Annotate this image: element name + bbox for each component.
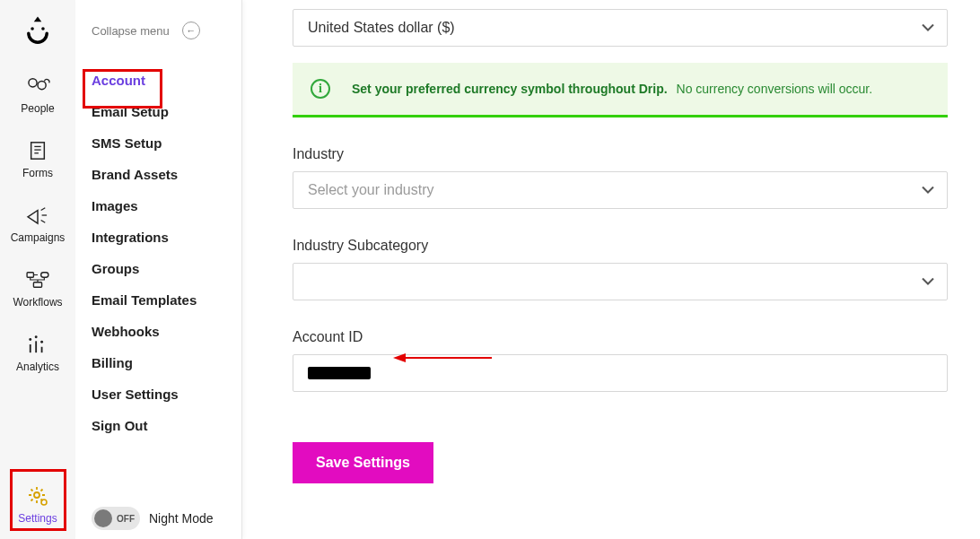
svg-point-1 <box>41 27 45 30</box>
workflows-icon <box>24 269 51 291</box>
info-icon: i <box>311 79 330 99</box>
collapse-label: Collapse menu <box>92 24 170 38</box>
annotation-box-settings <box>10 469 66 531</box>
nav-analytics[interactable]: Analytics <box>0 323 75 387</box>
account-id-label: Account ID <box>293 329 948 345</box>
submenu-item-groups[interactable]: Groups <box>75 253 241 284</box>
nav-label: People <box>21 102 54 115</box>
collapse-icon: ← <box>182 22 200 39</box>
industry-select[interactable]: Select your industry <box>293 171 948 209</box>
save-settings-button[interactable]: Save Settings <box>293 442 433 483</box>
currency-value: United States dollar ($) <box>308 20 455 36</box>
submenu-item-integrations[interactable]: Integrations <box>75 222 241 253</box>
banner-bold: Set your preferred currency symbol throu… <box>352 82 668 96</box>
night-mode-toggle[interactable]: OFF <box>92 507 140 530</box>
currency-select[interactable]: United States dollar ($) <box>293 9 948 47</box>
campaigns-icon <box>24 204 51 226</box>
submenu-item-sms-setup[interactable]: SMS Setup <box>75 127 241 159</box>
annotation-box-account <box>83 69 162 109</box>
submenu-item-email-templates[interactable]: Email Templates <box>75 284 241 316</box>
nav-people[interactable]: People <box>0 65 75 129</box>
analytics-icon <box>24 334 51 355</box>
nav-label: Forms <box>22 167 53 179</box>
svg-rect-12 <box>41 273 48 278</box>
night-mode-state: OFF <box>117 514 135 524</box>
nav-forms[interactable]: Forms <box>0 129 75 194</box>
banner-rest: No currency conversions will occur. <box>677 82 873 96</box>
nav-workflows[interactable]: Workflows <box>0 258 75 323</box>
chevron-down-icon <box>922 278 934 286</box>
submenu-item-brand-assets[interactable]: Brand Assets <box>75 159 241 190</box>
svg-point-0 <box>31 27 34 30</box>
nav-label: Analytics <box>16 361 59 373</box>
nav-label: Workflows <box>13 296 62 309</box>
svg-rect-13 <box>33 283 41 288</box>
industry-placeholder: Select your industry <box>308 182 434 198</box>
primary-nav-rail: People Forms Campaigns <box>0 0 75 539</box>
svg-point-19 <box>40 341 43 343</box>
svg-point-17 <box>29 338 31 341</box>
svg-point-2 <box>29 79 37 87</box>
account-id-value-redacted <box>308 367 371 379</box>
industry-sub-label: Industry Subcategory <box>293 238 948 254</box>
account-id-field[interactable] <box>293 354 948 392</box>
submenu-item-user-settings[interactable]: User Settings <box>75 378 241 410</box>
submenu-item-billing[interactable]: Billing <box>75 347 241 378</box>
night-mode-label: Night Mode <box>149 511 214 526</box>
industry-label: Industry <box>293 146 948 162</box>
svg-line-10 <box>41 221 46 223</box>
svg-rect-4 <box>31 143 45 159</box>
svg-point-3 <box>38 82 46 90</box>
chevron-down-icon <box>922 187 934 195</box>
nav-campaigns[interactable]: Campaigns <box>0 194 75 258</box>
nav-label: Campaigns <box>11 231 66 244</box>
chevron-down-icon <box>922 24 934 32</box>
collapse-menu[interactable]: Collapse menu ← <box>75 16 241 65</box>
submenu-item-sign-out[interactable]: Sign Out <box>75 410 241 441</box>
svg-line-8 <box>41 208 46 211</box>
currency-info-banner: i Set your preferred currency symbol thr… <box>293 63 948 117</box>
industry-sub-select[interactable] <box>293 263 948 300</box>
drip-logo <box>20 11 56 47</box>
forms-icon <box>24 140 51 161</box>
svg-point-18 <box>35 335 38 338</box>
main-content: United States dollar ($) i Set your pref… <box>260 0 980 539</box>
svg-rect-11 <box>27 273 33 278</box>
people-icon <box>24 75 51 97</box>
submenu-item-webhooks[interactable]: Webhooks <box>75 316 241 347</box>
submenu-item-images[interactable]: Images <box>75 190 241 222</box>
